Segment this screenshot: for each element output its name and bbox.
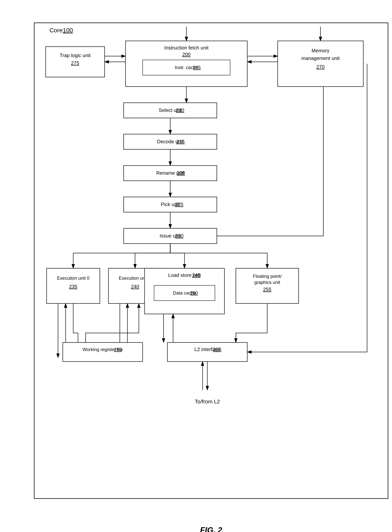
diagram-text: 235 — [69, 284, 77, 289]
diagram-text: management unit — [301, 55, 340, 61]
diagram-text: 200 — [182, 52, 190, 57]
diagram-text: Floating point/ — [253, 274, 282, 279]
diagram-text: 230 — [175, 233, 183, 239]
diagram-text: Memory — [312, 48, 329, 53]
diagram-text: 275 — [71, 60, 79, 66]
diagram-text: 215 — [176, 139, 185, 144]
diagram-text: 255 — [263, 287, 271, 292]
main-svg: Core100Trap logic unit275Instruction fet… — [15, 11, 392, 532]
diagram-text: 265 — [213, 347, 221, 352]
fig-label: FIG. 2 — [200, 526, 222, 532]
diagram-text: 245 — [192, 272, 200, 278]
diagram-text: 210 — [176, 107, 184, 113]
diagram-text: 270 — [316, 64, 324, 70]
diagram-text: 260 — [114, 347, 122, 352]
diagram-text: 225 — [175, 202, 183, 207]
diagram-text: 240 — [131, 284, 139, 289]
diagram-rect — [63, 343, 143, 362]
diagram-text: Trap logic unit — [60, 52, 91, 58]
diagram-text: Core — [49, 27, 63, 34]
diagram-text: graphics unit — [254, 280, 280, 285]
diagram-text: To/from L2 — [195, 399, 220, 405]
diagram-text: 100 — [63, 27, 73, 34]
diagram-text: Instruction fetch unit — [164, 45, 209, 51]
diagram-text: Execution unit 0 — [57, 276, 90, 281]
diagram-text: 220 — [177, 170, 185, 176]
diagram-rect — [34, 23, 388, 499]
diagram-text: 205 — [193, 65, 201, 70]
page: Core100Trap logic unit275Instruction fet… — [0, 0, 392, 532]
diagram-text: 250 — [190, 290, 198, 296]
